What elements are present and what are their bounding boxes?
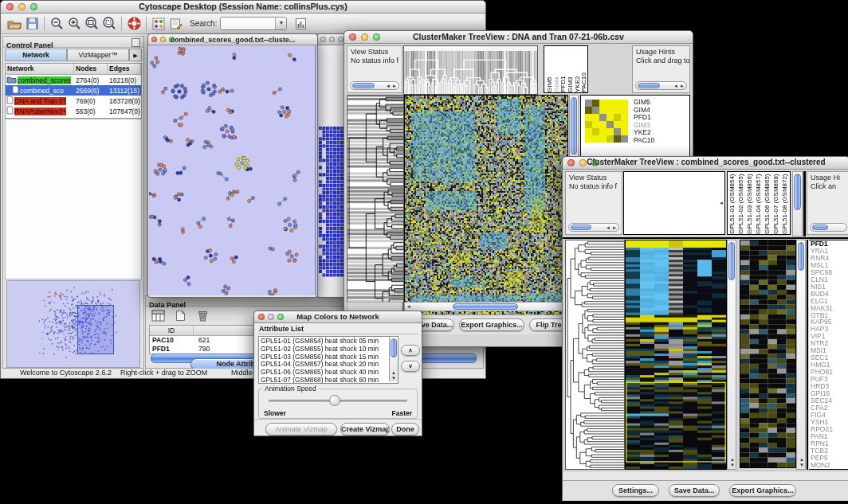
gene-label[interactable]: PAC10 [634,137,654,145]
tv2-hints-scrollbar[interactable] [810,223,847,232]
overview-viewport-rect[interactable] [77,305,114,354]
data-column-header[interactable]: ID [150,326,194,335]
save-icon[interactable] [23,16,41,32]
tv2-heatmap-vscrollbar[interactable]: ▲▼ [727,240,736,470]
zoom-fit-icon[interactable] [83,16,100,32]
tv2-heatmap[interactable] [625,240,727,470]
column-label[interactable]: GPL51-08 (GSM872) [781,172,790,234]
gene-label[interactable]: GIM5 [634,99,654,107]
matrix-cell[interactable] [621,114,628,121]
gene-label[interactable]: GIM3 [634,122,654,130]
matrix-cell[interactable] [614,135,621,143]
gene-label[interactable]: YKE2 [634,129,654,137]
column-label[interactable]: GPL51-07 (GSM868) [772,172,781,234]
matrix-cell[interactable] [621,107,628,114]
gene-label[interactable]: NIS1 [811,283,848,291]
export-graphics-button[interactable]: Export Graphics... [729,484,796,497]
tv1-heatmap[interactable] [404,95,568,316]
trash-icon[interactable] [194,307,211,323]
matrix-cell[interactable] [599,121,607,128]
vizmap-icon[interactable] [150,16,167,32]
matrix-cell[interactable] [621,100,628,107]
help-lifebuoy-icon[interactable] [125,16,143,32]
column-label[interactable]: GPL51-03 (GSM856) [746,172,755,234]
matrix-cell[interactable] [614,121,621,128]
network-overview-canvas[interactable] [7,281,138,365]
gene-label[interactable]: MSI1 [811,347,848,354]
network-table-row[interactable]: combined_scores2764(0)16218(0) [6,75,141,85]
gene-label[interactable]: FIG4 [811,412,848,419]
search-input[interactable] [221,18,275,29]
matrix-cell[interactable] [614,128,621,135]
column-header-nodes[interactable]: Nodes [74,64,108,74]
gene-label[interactable]: PEP5 [811,455,848,462]
matrix-cell[interactable] [592,135,599,143]
float-panel-icon[interactable] [132,38,140,47]
move-down-button[interactable]: ∨ [401,361,420,372]
matrix-cell[interactable] [585,121,592,128]
gene-label[interactable]: TCB3 [811,447,848,455]
gene-label[interactable]: HRD3 [811,383,848,390]
tv1-zoom-heatmap[interactable] [585,100,628,143]
network-table-row[interactable]: combined_sco2569(6)13112(15) [6,85,141,96]
tv1-heatmap-hscrollbar[interactable]: ◄► [404,302,568,311]
matrix-cell[interactable] [592,128,599,135]
gene-label[interactable]: GIM4 [634,107,654,115]
array-label[interactable]: PFD1 [559,46,567,92]
matrix-cell[interactable] [592,100,599,107]
matrix-cell[interactable] [592,114,599,121]
gene-label[interactable]: PAN1 [811,433,848,440]
gene-label[interactable]: RPO21 [811,426,848,433]
matrix-cell[interactable] [599,100,607,107]
chevron-down-icon[interactable]: ▼ [275,18,286,29]
animate-vizmap-button[interactable]: Animate Vizmap [265,423,337,436]
matrix-cell[interactable] [614,107,621,114]
tv2-zoom-vscrollbar[interactable]: ▲▼ [796,240,806,470]
network-canvas[interactable] [149,45,313,295]
matrix-cell[interactable] [599,128,607,135]
matrix-cell[interactable] [585,128,592,135]
matrix-cell[interactable] [585,135,592,143]
matrix-cell[interactable] [585,100,592,107]
gene-label[interactable]: PFD1 [811,240,848,248]
report-icon[interactable] [292,16,309,32]
annotation-icon[interactable] [167,16,185,32]
gene-label[interactable]: GPI16 [811,390,848,397]
network-viewport[interactable] [149,45,316,295]
tv2-collabels-vscrollbar[interactable] [792,171,803,236]
dialog-titlebar[interactable]: Map Colors to Network [254,311,422,323]
network-window-titlebar[interactable]: combined_scores_good.txt--cluste... [148,34,317,45]
matrix-cell[interactable] [607,121,614,128]
zoom-in-icon[interactable] [65,16,83,32]
matrix-cell[interactable] [607,100,614,107]
gene-label[interactable]: PHO81 [811,369,848,376]
tv2-status-scrollbar[interactable]: ◄► [568,223,619,232]
column-label[interactable]: GPL51-02 (GSM855) [737,172,746,234]
treeview2-titlebar[interactable]: ClusterMaker TreeView : combined_scores_… [563,157,848,170]
column-label[interactable]: GPL51-04 (GSM857) [755,172,764,234]
gene-label[interactable]: MAK31 [811,305,848,312]
create-vizmap-button[interactable]: Create Vizmap [340,423,390,436]
array-label[interactable]: GIM5 [546,46,553,92]
tv1-column-dendrogram[interactable] [403,45,538,95]
gene-label[interactable]: BUD4 [811,291,848,298]
done-button[interactable]: Done [391,423,419,436]
gene-label[interactable]: HAP3 [811,326,848,333]
gene-label[interactable]: CLN1 [811,276,848,283]
zoom-out-icon[interactable] [48,16,65,32]
move-up-button[interactable]: ∧ [401,345,420,356]
matrix-cell[interactable] [607,114,614,121]
array-label[interactable]: PAC10 [580,46,587,92]
settings-button[interactable]: Settings... [612,484,659,497]
speed-slider-thumb[interactable] [329,395,340,406]
network-table-row[interactable]: RNAPuberNov2+563(0)107847(0) [6,106,141,116]
matrix-cell[interactable] [607,128,614,135]
tv2-column-tree[interactable]: ◄ [623,171,725,235]
tv1-row-dendrogram[interactable] [347,95,404,316]
gene-label[interactable]: SEC24 [811,397,848,404]
gene-label[interactable]: SEC1 [811,354,848,361]
tv2-zoom-heatmap[interactable] [740,240,796,468]
matrix-cell[interactable] [621,135,628,143]
gene-label[interactable]: KAP95 [811,318,848,326]
gene-label[interactable]: MSL1 [811,262,848,269]
